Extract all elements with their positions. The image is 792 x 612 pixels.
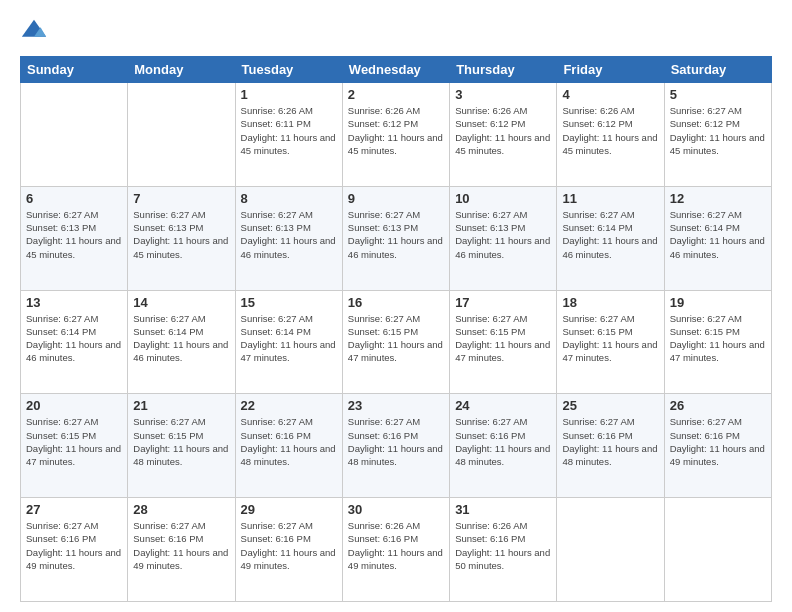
day-info: Sunrise: 6:27 AM Sunset: 6:16 PM Dayligh… <box>562 415 658 468</box>
day-info: Sunrise: 6:26 AM Sunset: 6:16 PM Dayligh… <box>348 519 444 572</box>
day-info: Sunrise: 6:27 AM Sunset: 6:16 PM Dayligh… <box>348 415 444 468</box>
day-number: 11 <box>562 191 658 206</box>
calendar-week-5: 27Sunrise: 6:27 AM Sunset: 6:16 PM Dayli… <box>21 498 772 602</box>
day-number: 2 <box>348 87 444 102</box>
day-info: Sunrise: 6:26 AM Sunset: 6:12 PM Dayligh… <box>348 104 444 157</box>
day-number: 24 <box>455 398 551 413</box>
calendar-cell: 18Sunrise: 6:27 AM Sunset: 6:15 PM Dayli… <box>557 290 664 394</box>
day-number: 4 <box>562 87 658 102</box>
calendar-week-1: 1Sunrise: 6:26 AM Sunset: 6:11 PM Daylig… <box>21 83 772 187</box>
calendar-cell <box>557 498 664 602</box>
calendar-cell: 22Sunrise: 6:27 AM Sunset: 6:16 PM Dayli… <box>235 394 342 498</box>
calendar-cell: 28Sunrise: 6:27 AM Sunset: 6:16 PM Dayli… <box>128 498 235 602</box>
day-number: 21 <box>133 398 229 413</box>
day-info: Sunrise: 6:27 AM Sunset: 6:13 PM Dayligh… <box>241 208 337 261</box>
calendar-cell: 6Sunrise: 6:27 AM Sunset: 6:13 PM Daylig… <box>21 186 128 290</box>
calendar-cell: 11Sunrise: 6:27 AM Sunset: 6:14 PM Dayli… <box>557 186 664 290</box>
day-number: 23 <box>348 398 444 413</box>
calendar-cell <box>664 498 771 602</box>
calendar-cell: 8Sunrise: 6:27 AM Sunset: 6:13 PM Daylig… <box>235 186 342 290</box>
day-number: 17 <box>455 295 551 310</box>
day-info: Sunrise: 6:27 AM Sunset: 6:15 PM Dayligh… <box>670 312 766 365</box>
day-info: Sunrise: 6:27 AM Sunset: 6:15 PM Dayligh… <box>348 312 444 365</box>
calendar-cell: 31Sunrise: 6:26 AM Sunset: 6:16 PM Dayli… <box>450 498 557 602</box>
calendar-cell: 15Sunrise: 6:27 AM Sunset: 6:14 PM Dayli… <box>235 290 342 394</box>
calendar-cell: 3Sunrise: 6:26 AM Sunset: 6:12 PM Daylig… <box>450 83 557 187</box>
calendar-cell: 7Sunrise: 6:27 AM Sunset: 6:13 PM Daylig… <box>128 186 235 290</box>
calendar-cell: 29Sunrise: 6:27 AM Sunset: 6:16 PM Dayli… <box>235 498 342 602</box>
calendar-cell: 13Sunrise: 6:27 AM Sunset: 6:14 PM Dayli… <box>21 290 128 394</box>
weekday-header-monday: Monday <box>128 57 235 83</box>
day-info: Sunrise: 6:27 AM Sunset: 6:15 PM Dayligh… <box>133 415 229 468</box>
calendar-week-3: 13Sunrise: 6:27 AM Sunset: 6:14 PM Dayli… <box>21 290 772 394</box>
day-number: 14 <box>133 295 229 310</box>
calendar-cell: 24Sunrise: 6:27 AM Sunset: 6:16 PM Dayli… <box>450 394 557 498</box>
day-info: Sunrise: 6:26 AM Sunset: 6:16 PM Dayligh… <box>455 519 551 572</box>
day-number: 1 <box>241 87 337 102</box>
calendar-cell: 9Sunrise: 6:27 AM Sunset: 6:13 PM Daylig… <box>342 186 449 290</box>
weekday-header-friday: Friday <box>557 57 664 83</box>
calendar-cell: 17Sunrise: 6:27 AM Sunset: 6:15 PM Dayli… <box>450 290 557 394</box>
calendar-cell: 25Sunrise: 6:27 AM Sunset: 6:16 PM Dayli… <box>557 394 664 498</box>
calendar-cell: 27Sunrise: 6:27 AM Sunset: 6:16 PM Dayli… <box>21 498 128 602</box>
calendar-cell: 10Sunrise: 6:27 AM Sunset: 6:13 PM Dayli… <box>450 186 557 290</box>
day-number: 3 <box>455 87 551 102</box>
day-info: Sunrise: 6:27 AM Sunset: 6:13 PM Dayligh… <box>348 208 444 261</box>
day-number: 28 <box>133 502 229 517</box>
calendar-cell: 12Sunrise: 6:27 AM Sunset: 6:14 PM Dayli… <box>664 186 771 290</box>
header <box>20 18 772 46</box>
day-info: Sunrise: 6:27 AM Sunset: 6:14 PM Dayligh… <box>133 312 229 365</box>
day-number: 30 <box>348 502 444 517</box>
day-number: 9 <box>348 191 444 206</box>
calendar-cell: 5Sunrise: 6:27 AM Sunset: 6:12 PM Daylig… <box>664 83 771 187</box>
weekday-header-thursday: Thursday <box>450 57 557 83</box>
calendar-cell: 20Sunrise: 6:27 AM Sunset: 6:15 PM Dayli… <box>21 394 128 498</box>
day-info: Sunrise: 6:27 AM Sunset: 6:13 PM Dayligh… <box>133 208 229 261</box>
calendar-cell: 21Sunrise: 6:27 AM Sunset: 6:15 PM Dayli… <box>128 394 235 498</box>
weekday-header-row: SundayMondayTuesdayWednesdayThursdayFrid… <box>21 57 772 83</box>
day-number: 16 <box>348 295 444 310</box>
day-number: 12 <box>670 191 766 206</box>
day-info: Sunrise: 6:27 AM Sunset: 6:16 PM Dayligh… <box>455 415 551 468</box>
day-info: Sunrise: 6:26 AM Sunset: 6:12 PM Dayligh… <box>455 104 551 157</box>
day-number: 18 <box>562 295 658 310</box>
calendar-cell: 1Sunrise: 6:26 AM Sunset: 6:11 PM Daylig… <box>235 83 342 187</box>
day-info: Sunrise: 6:27 AM Sunset: 6:16 PM Dayligh… <box>133 519 229 572</box>
weekday-header-saturday: Saturday <box>664 57 771 83</box>
day-number: 31 <box>455 502 551 517</box>
calendar-cell: 23Sunrise: 6:27 AM Sunset: 6:16 PM Dayli… <box>342 394 449 498</box>
day-info: Sunrise: 6:26 AM Sunset: 6:12 PM Dayligh… <box>562 104 658 157</box>
day-number: 8 <box>241 191 337 206</box>
day-number: 26 <box>670 398 766 413</box>
calendar-week-4: 20Sunrise: 6:27 AM Sunset: 6:15 PM Dayli… <box>21 394 772 498</box>
day-number: 5 <box>670 87 766 102</box>
day-number: 15 <box>241 295 337 310</box>
calendar-cell: 2Sunrise: 6:26 AM Sunset: 6:12 PM Daylig… <box>342 83 449 187</box>
day-number: 10 <box>455 191 551 206</box>
day-number: 19 <box>670 295 766 310</box>
day-number: 7 <box>133 191 229 206</box>
day-number: 6 <box>26 191 122 206</box>
calendar-cell <box>128 83 235 187</box>
day-number: 27 <box>26 502 122 517</box>
day-info: Sunrise: 6:27 AM Sunset: 6:13 PM Dayligh… <box>455 208 551 261</box>
day-number: 20 <box>26 398 122 413</box>
day-info: Sunrise: 6:27 AM Sunset: 6:14 PM Dayligh… <box>562 208 658 261</box>
calendar-cell: 14Sunrise: 6:27 AM Sunset: 6:14 PM Dayli… <box>128 290 235 394</box>
day-info: Sunrise: 6:27 AM Sunset: 6:16 PM Dayligh… <box>670 415 766 468</box>
weekday-header-wednesday: Wednesday <box>342 57 449 83</box>
day-info: Sunrise: 6:27 AM Sunset: 6:13 PM Dayligh… <box>26 208 122 261</box>
day-info: Sunrise: 6:27 AM Sunset: 6:16 PM Dayligh… <box>26 519 122 572</box>
day-info: Sunrise: 6:26 AM Sunset: 6:11 PM Dayligh… <box>241 104 337 157</box>
day-number: 22 <box>241 398 337 413</box>
calendar-cell: 26Sunrise: 6:27 AM Sunset: 6:16 PM Dayli… <box>664 394 771 498</box>
day-number: 25 <box>562 398 658 413</box>
calendar-table: SundayMondayTuesdayWednesdayThursdayFrid… <box>20 56 772 602</box>
calendar-cell <box>21 83 128 187</box>
day-info: Sunrise: 6:27 AM Sunset: 6:14 PM Dayligh… <box>670 208 766 261</box>
logo-icon <box>20 18 48 46</box>
day-info: Sunrise: 6:27 AM Sunset: 6:15 PM Dayligh… <box>26 415 122 468</box>
weekday-header-tuesday: Tuesday <box>235 57 342 83</box>
day-number: 29 <box>241 502 337 517</box>
logo <box>20 18 50 46</box>
